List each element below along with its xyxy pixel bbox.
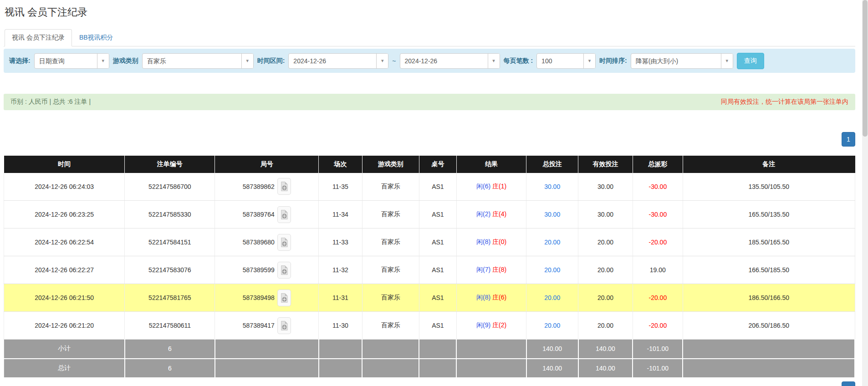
result-banker: 庄(1) [492,183,506,190]
cell-payout: -30.00 [633,173,683,201]
chevron-down-icon: ▾ [583,54,595,68]
page-title: 视讯 会员下注纪录 [5,5,855,19]
footer-empty [456,340,526,359]
video-replay-button[interactable] [277,234,291,251]
chevron-down-icon: ▾ [241,54,253,68]
cell-game-type: 百家乐 [362,284,419,312]
tab-betting-records[interactable]: 视讯 会员下注纪录 [5,29,72,46]
cell-session: 11-34 [319,201,362,229]
total-bet-link[interactable]: 20.00 [544,322,560,329]
scrollbar-thumb[interactable] [863,0,868,137]
column-header-7: 总投注 [526,156,578,173]
chevron-down-icon: ▾ [488,54,500,68]
cell-note: 135.50/105.50 [683,173,855,201]
cell-bet-id: 522147581765 [125,284,215,312]
sort-select[interactable]: 降冪(由大到小) ▾ [631,53,733,69]
video-replay-button[interactable] [277,317,291,334]
date-to-select[interactable]: 2024-12-26 ▾ [400,53,500,69]
cell-round-id: 587389498 [215,284,319,312]
vertical-scrollbar[interactable] [862,0,868,386]
cell-table-no: AS1 [419,256,456,284]
video-replay-button[interactable] [277,290,291,306]
cell-session: 11-31 [319,284,362,312]
date-from-select[interactable]: 2024-12-26 ▾ [288,53,388,69]
cell-result: 闲(2) 庄(4) [456,201,526,229]
cell-round-id: 587389862 [215,173,319,201]
tabbar: 视讯 会员下注纪录 BB视讯积分 [4,29,855,46]
page-size-select[interactable]: 100 ▾ [536,53,596,69]
total-bet-link[interactable]: 20.00 [544,266,560,274]
footer-label: 小计 [4,340,125,359]
cell-table-no: AS1 [419,201,456,229]
cell-result: 闲(8) 庄(6) [456,284,526,312]
cell-note: 166.50/185.50 [683,256,855,284]
footer-empty [683,340,855,359]
query-type-value: 日期查询 [35,54,97,68]
video-replay-icon [280,181,288,192]
footer-empty [419,340,456,359]
total-bet-link[interactable]: 20.00 [544,239,560,246]
query-type-select[interactable]: 日期查询 ▾ [34,53,109,69]
video-replay-button[interactable] [277,206,291,223]
cell-time: 2024-12-26 06:24:03 [4,173,125,201]
footer-count: 6 [125,340,215,359]
result-banker: 庄(6) [492,294,506,301]
video-replay-button[interactable] [277,262,291,279]
sort-value: 降冪(由大到小) [631,54,721,68]
video-replay-icon [280,293,288,303]
cell-note: 186.50/166.50 [683,284,855,312]
search-button[interactable]: 查询 [737,53,764,69]
cell-round-id: 587389680 [215,229,319,256]
column-header-4: 游戏类别 [362,156,419,173]
column-header-9: 总派彩 [633,156,683,173]
column-header-6: 结果 [456,156,526,173]
video-replay-button[interactable] [277,178,291,195]
total-bet-link[interactable]: 30.00 [544,183,560,190]
game-type-value: 百家乐 [143,54,241,68]
footer-total-bet: 140.00 [526,359,578,378]
table-row: 2024-12-26 06:22:27522147583076587389599… [4,256,855,284]
table-row: 2024-12-26 06:22:54522147584151587389680… [4,229,855,256]
total-bet-link[interactable]: 30.00 [544,211,560,218]
cell-result: 闲(6) 庄(1) [456,173,526,201]
grand-total-row: 总计6140.00140.00-101.00 [4,359,855,378]
table-row: 2024-12-26 06:21:20522147580611587389417… [4,312,855,340]
tab-bb-video-points[interactable]: BB视讯积分 [72,29,121,46]
cell-bet-id: 522147586700 [125,173,215,201]
table-row: 2024-12-26 06:23:25522147585330587389764… [4,201,855,229]
cell-bet-id: 522147583076 [125,256,215,284]
result-banker: 庄(8) [492,266,506,273]
page-size-value: 100 [537,54,583,68]
column-header-8: 有效投注 [578,156,633,173]
page-1-button[interactable]: 1 [842,381,855,386]
video-replay-icon [280,320,288,331]
footer-total-bet: 140.00 [526,340,578,359]
result-banker: 庄(2) [492,321,506,329]
cell-valid-bet: 20.00 [578,284,633,312]
cell-payout: 19.00 [633,256,683,284]
footer-empty [362,340,419,359]
game-type-select[interactable]: 百家乐 ▾ [142,53,254,69]
cell-table-no: AS1 [419,173,456,201]
cell-table-no: AS1 [419,284,456,312]
cell-valid-bet: 30.00 [578,201,633,229]
cell-session: 11-30 [319,312,362,340]
result-player: 闲(8) [476,294,490,301]
column-header-5: 桌号 [419,156,456,173]
cell-total-bet: 20.00 [526,284,578,312]
total-bet-link[interactable]: 20.00 [544,294,560,301]
time-range-label: 时间区间: [257,57,285,65]
date-from-value: 2024-12-26 [289,54,376,68]
page-1-button[interactable]: 1 [842,132,855,147]
cell-valid-bet: 30.00 [578,173,633,201]
cell-valid-bet: 20.00 [578,256,633,284]
cell-valid-bet: 20.00 [578,312,633,340]
column-header-10: 备注 [683,156,855,173]
cell-game-type: 百家乐 [362,201,419,229]
date-to-value: 2024-12-26 [400,54,488,68]
cell-session: 11-33 [319,229,362,256]
column-header-1: 注单编号 [125,156,215,173]
result-player: 闲(8) [476,238,490,245]
cell-game-type: 百家乐 [362,229,419,256]
cell-time: 2024-12-26 06:22:27 [4,256,125,284]
